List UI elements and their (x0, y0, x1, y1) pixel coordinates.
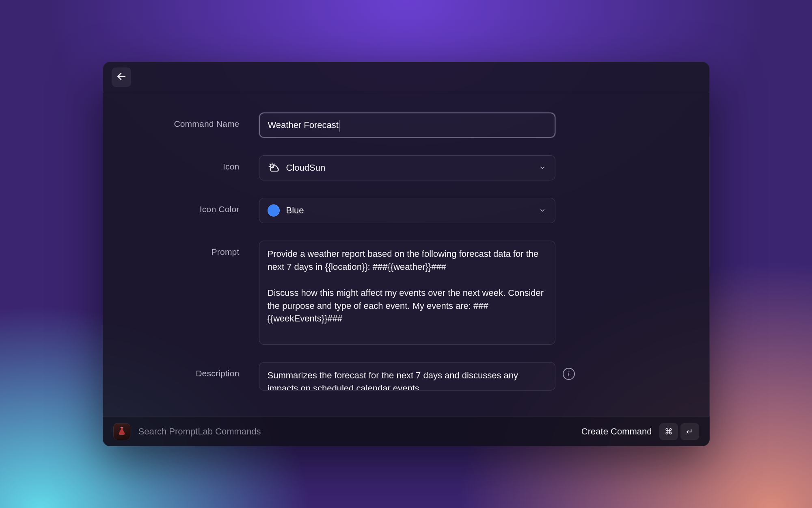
label-icon: Icon (123, 155, 259, 172)
footer-search-placeholder[interactable]: Search PromptLab Commands (138, 426, 581, 437)
icon-select-label: CloudSun (286, 163, 538, 173)
flask-icon (117, 426, 127, 437)
label-icon-color: Icon Color (123, 198, 259, 214)
titlebar (103, 62, 710, 93)
text-caret (339, 120, 340, 132)
command-editor-window: Command Name Weather Forecast Icon (103, 62, 710, 446)
svg-line-5 (274, 164, 274, 165)
row-command-name: Command Name Weather Forecast (103, 113, 710, 138)
svg-line-4 (270, 164, 270, 165)
info-icon[interactable]: i (563, 368, 575, 380)
kbd-enter: ↵ (680, 423, 699, 440)
command-name-value: Weather Forecast (268, 120, 339, 130)
back-button[interactable] (112, 67, 131, 87)
label-command-name: Command Name (123, 113, 259, 129)
row-description: Description Summarizes the forecast for … (103, 362, 710, 391)
color-swatch (268, 204, 280, 217)
icon-color-select[interactable]: Blue (259, 198, 555, 223)
prompt-textarea[interactable]: Provide a weather report based on the fo… (259, 241, 555, 345)
label-description: Description (123, 362, 259, 378)
create-command-button[interactable]: Create Command (581, 426, 652, 437)
kbd-cmd: ⌘ (659, 423, 678, 440)
command-name-input[interactable]: Weather Forecast (259, 113, 555, 138)
row-icon-color: Icon Color Blue (103, 198, 710, 223)
arrow-left-icon (116, 71, 127, 83)
chevron-down-icon (538, 206, 547, 215)
app-icon[interactable] (113, 423, 130, 440)
icon-select[interactable]: CloudSun (259, 155, 555, 180)
cloud-sun-icon (268, 162, 280, 174)
icon-color-label: Blue (286, 205, 538, 216)
form-body: Command Name Weather Forecast Icon (103, 93, 710, 416)
chevron-down-icon (538, 163, 547, 172)
label-prompt: Prompt (123, 241, 259, 257)
row-icon: Icon CloudSun (103, 155, 710, 180)
description-textarea[interactable]: Summarizes the forecast for the next 7 d… (259, 362, 555, 391)
footer: Search PromptLab Commands Create Command… (103, 416, 710, 446)
row-prompt: Prompt Provide a weather report based on… (103, 241, 710, 345)
shortcut-group: ⌘ ↵ (659, 423, 699, 440)
